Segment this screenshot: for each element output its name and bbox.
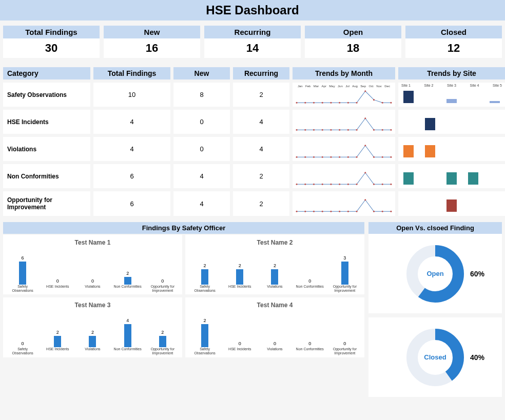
kpi-value: 16 [104,38,200,58]
officer-name: Test Name 1 [5,239,180,246]
svg-point-25 [304,156,306,158]
officer-card: Test Name 222203Safety ObservationsHSE I… [185,235,364,294]
bar-category-label: Non Conformities [112,285,143,292]
svg-point-7 [356,102,358,104]
bar-category-label: HSE Incidents [42,285,73,292]
svg-point-40 [330,184,332,185]
svg-point-28 [330,156,332,158]
svg-point-49 [304,211,306,212]
category-recurring: 2 [233,83,289,107]
svg-point-18 [347,129,349,131]
sparkline-month: JanFebMarAprMayJunJulAugSepOctNovDec [293,83,395,107]
bar-value-label: 0 [274,341,276,346]
svg-point-36 [296,184,298,185]
dashboard-title-bar: HSE Dashboard [0,0,505,21]
category-recurring: 4 [233,137,289,161]
kpi-label: Recurring [204,26,301,38]
svg-point-55 [356,211,358,212]
officers-panel: Findings By Safety Officer Test Name 160… [3,222,364,401]
kpi-label: Total Findings [3,26,100,38]
svg-point-21 [373,129,375,131]
bar-value-label: 6 [22,255,24,261]
svg-point-10 [382,102,383,104]
svg-point-32 [364,145,366,146]
bar-value-label: 2 [204,263,206,268]
category-row: Violations404 [3,137,502,161]
bar-value-label: 2 [126,271,129,276]
kpi-value: 14 [204,38,301,58]
donut-percent: 40% [470,353,484,362]
kpi-recurring: Recurring 14 [204,26,301,58]
svg-point-47 [390,184,392,185]
kpi-total-findings: Total Findings 30 [3,26,100,58]
svg-point-38 [313,184,315,185]
category-row: Safety Observations1082JanFebMarAprMayJu… [3,83,502,107]
bar-rect [201,269,208,285]
bar-rect [89,336,96,348]
svg-point-14 [313,129,315,131]
category-new: 8 [173,83,230,107]
bar-category-label: HSE Incidents [42,347,73,355]
svg-point-3 [322,102,323,104]
bar-value-label: 2 [239,263,241,268]
officer-card: Test Name 160020Safety ObservationsHSE I… [3,235,182,294]
svg-point-56 [364,199,366,201]
kpi-new: New 16 [104,26,200,58]
bar-value-label: 3 [343,255,346,261]
svg-point-1 [304,102,306,104]
category-new: 0 [173,137,230,161]
category-name: Opportunity for Improvement [3,191,90,216]
bar-rect [124,324,131,347]
donut-center-label: Closed [424,353,446,361]
sparkline-month [293,137,395,161]
svg-point-46 [382,184,383,185]
donut-center-label: Open [426,270,443,277]
svg-point-23 [390,129,392,131]
svg-point-57 [373,211,375,212]
svg-point-43 [356,184,358,185]
svg-point-30 [347,156,349,158]
col-header-trends-month: Trends by Month [293,67,395,79]
svg-point-39 [322,184,323,185]
svg-point-35 [390,156,392,158]
bar-value-label: 2 [161,330,164,335]
svg-point-54 [347,211,349,212]
category-recurring: 4 [233,110,289,134]
bar-value-label: 2 [91,330,94,335]
svg-point-2 [313,102,315,104]
category-total: 4 [93,137,170,161]
category-new: 4 [173,164,230,188]
sparkbar-site: Site 1Site 2Site 3Site 4Site 5 [398,83,505,107]
officer-card: Test Name 420000Safety ObservationsHSE I… [185,297,364,357]
category-header-row: Category Total Findings New Recurring Tr… [3,67,502,79]
kpi-label: New [104,26,200,38]
svg-point-58 [382,211,383,212]
bar-rect [271,269,278,285]
svg-point-53 [339,211,340,212]
donuts-panel: Open Vs. clsoed Finding Open60%Closed40% [368,222,502,401]
officer-name: Test Name 2 [187,239,362,246]
category-section: Category Total Findings New Recurring Tr… [0,67,505,216]
svg-point-29 [339,156,340,158]
bar-category-label: Non Conformities [294,285,325,292]
bar-category-label: Opportunity for Improvement [147,285,178,292]
svg-point-19 [356,129,358,131]
svg-point-41 [339,184,340,185]
officer-name: Test Name 3 [5,302,180,309]
bar-value-label: 0 [239,341,241,346]
svg-point-16 [330,129,332,131]
svg-point-37 [304,184,306,185]
bar-value-label: 2 [204,318,206,323]
svg-point-45 [373,184,375,185]
bar-category-label: Violations [77,347,108,355]
bar-category-label: Violations [259,285,290,292]
svg-point-4 [330,102,332,104]
svg-point-6 [347,102,349,104]
donut-percent: 60% [470,270,484,278]
bottom-section: Findings By Safety Officer Test Name 160… [0,219,505,404]
bar-rect [124,277,131,285]
category-new: 0 [173,110,230,134]
bar-value-label: 0 [308,278,311,284]
svg-point-12 [296,129,298,131]
svg-point-34 [382,156,383,158]
